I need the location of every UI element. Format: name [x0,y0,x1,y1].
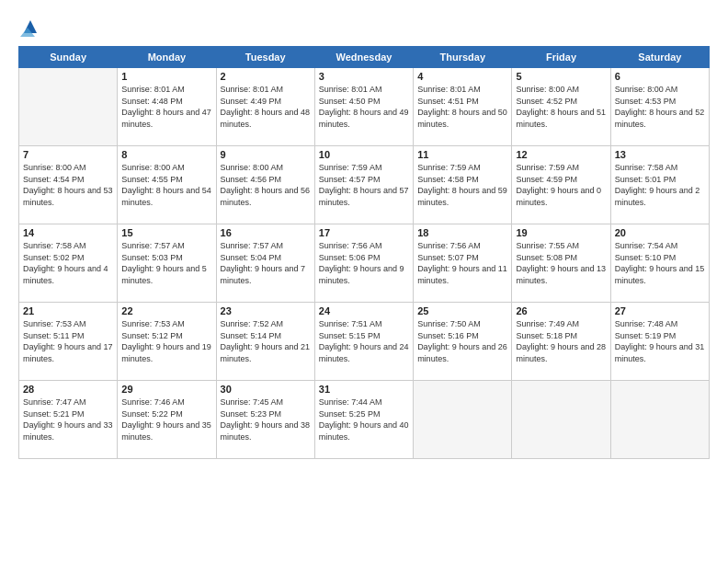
calendar-cell: 24Sunrise: 7:51 AMSunset: 5:15 PMDayligh… [314,303,413,381]
logo [18,17,40,37]
calendar-cell: 17Sunrise: 7:56 AMSunset: 5:06 PMDayligh… [314,224,413,303]
calendar-cell: 23Sunrise: 7:52 AMSunset: 5:14 PMDayligh… [216,303,314,381]
calendar-cell: 28Sunrise: 7:47 AMSunset: 5:21 PMDayligh… [19,381,118,459]
day-number: 20 [615,227,705,238]
calendar-cell: 5Sunrise: 8:00 AMSunset: 4:52 PMDaylight… [512,68,610,146]
week-row-3: 14Sunrise: 7:58 AMSunset: 5:02 PMDayligh… [19,224,710,303]
calendar-cell: 29Sunrise: 7:46 AMSunset: 5:22 PMDayligh… [118,381,216,459]
week-row-5: 28Sunrise: 7:47 AMSunset: 5:21 PMDayligh… [19,381,710,459]
day-number: 24 [319,305,409,316]
day-number: 4 [417,71,507,82]
calendar-cell: 12Sunrise: 7:59 AMSunset: 4:59 PMDayligh… [512,146,610,224]
weekday-header-monday: Monday [118,47,216,68]
calendar-cell: 21Sunrise: 7:53 AMSunset: 5:11 PMDayligh… [19,303,118,381]
day-number: 1 [121,71,211,82]
day-info: Sunrise: 7:44 AMSunset: 5:25 PMDaylight:… [319,396,409,442]
day-number: 23 [221,305,311,316]
day-info: Sunrise: 7:53 AMSunset: 5:11 PMDaylight:… [23,318,113,364]
day-info: Sunrise: 8:00 AMSunset: 4:52 PMDaylight:… [516,84,606,130]
calendar-cell: 8Sunrise: 8:00 AMSunset: 4:55 PMDaylight… [118,146,216,224]
calendar-cell: 3Sunrise: 8:01 AMSunset: 4:50 PMDaylight… [314,68,413,146]
weekday-header-saturday: Saturday [610,47,709,68]
day-info: Sunrise: 7:57 AMSunset: 5:03 PMDaylight:… [121,240,211,286]
day-info: Sunrise: 8:00 AMSunset: 4:55 PMDaylight:… [121,162,211,208]
day-number: 3 [319,71,409,82]
day-info: Sunrise: 7:45 AMSunset: 5:23 PMDaylight:… [221,396,311,442]
calendar-cell: 6Sunrise: 8:00 AMSunset: 4:53 PMDaylight… [610,68,709,146]
calendar-cell: 2Sunrise: 8:01 AMSunset: 4:49 PMDaylight… [216,68,314,146]
day-number: 19 [516,227,606,238]
day-info: Sunrise: 7:56 AMSunset: 5:06 PMDaylight:… [319,240,409,286]
weekday-header-sunday: Sunday [19,47,118,68]
weekday-header-row: SundayMondayTuesdayWednesdayThursdayFrid… [19,47,710,68]
day-number: 15 [121,227,211,238]
calendar-cell: 1Sunrise: 8:01 AMSunset: 4:48 PMDaylight… [118,68,216,146]
day-info: Sunrise: 7:54 AMSunset: 5:10 PMDaylight:… [615,240,705,286]
day-number: 2 [221,71,311,82]
day-info: Sunrise: 8:00 AMSunset: 4:54 PMDaylight:… [23,162,113,208]
day-info: Sunrise: 7:46 AMSunset: 5:22 PMDaylight:… [121,396,211,442]
day-number: 7 [23,149,113,160]
calendar-page: SundayMondayTuesdayWednesdayThursdayFrid… [0,0,728,563]
day-info: Sunrise: 7:50 AMSunset: 5:16 PMDaylight:… [417,318,507,364]
calendar-cell: 10Sunrise: 7:59 AMSunset: 4:57 PMDayligh… [314,146,413,224]
day-number: 26 [516,305,606,316]
day-info: Sunrise: 7:57 AMSunset: 5:04 PMDaylight:… [221,240,311,286]
weekday-header-tuesday: Tuesday [216,47,314,68]
day-info: Sunrise: 8:00 AMSunset: 4:53 PMDaylight:… [615,84,705,130]
calendar-cell: 19Sunrise: 7:55 AMSunset: 5:08 PMDayligh… [512,224,610,303]
calendar-cell: 13Sunrise: 7:58 AMSunset: 5:01 PMDayligh… [610,146,709,224]
day-number: 11 [417,149,507,160]
day-info: Sunrise: 8:01 AMSunset: 4:49 PMDaylight:… [221,84,311,130]
day-info: Sunrise: 8:01 AMSunset: 4:50 PMDaylight:… [319,84,409,130]
day-number: 16 [221,227,311,238]
calendar-cell: 14Sunrise: 7:58 AMSunset: 5:02 PMDayligh… [19,224,118,303]
calendar-cell: 20Sunrise: 7:54 AMSunset: 5:10 PMDayligh… [610,224,709,303]
day-info: Sunrise: 7:52 AMSunset: 5:14 PMDaylight:… [221,318,311,364]
day-info: Sunrise: 7:59 AMSunset: 4:57 PMDaylight:… [319,162,409,208]
day-number: 14 [23,227,113,238]
week-row-1: 1Sunrise: 8:01 AMSunset: 4:48 PMDaylight… [19,68,710,146]
header [18,17,710,37]
day-number: 30 [221,384,311,395]
day-info: Sunrise: 7:56 AMSunset: 5:07 PMDaylight:… [417,240,507,286]
calendar-cell: 26Sunrise: 7:49 AMSunset: 5:18 PMDayligh… [512,303,610,381]
calendar-cell [19,68,118,146]
weekday-header-thursday: Thursday [414,47,512,68]
calendar-cell: 7Sunrise: 8:00 AMSunset: 4:54 PMDaylight… [19,146,118,224]
day-number: 9 [221,149,311,160]
day-info: Sunrise: 7:48 AMSunset: 5:19 PMDaylight:… [615,318,705,364]
calendar-cell [512,381,610,459]
weekday-header-friday: Friday [512,47,610,68]
day-number: 18 [417,227,507,238]
day-number: 13 [615,149,705,160]
calendar-cell [610,381,709,459]
calendar-cell: 25Sunrise: 7:50 AMSunset: 5:16 PMDayligh… [414,303,512,381]
day-number: 25 [417,305,507,316]
calendar-cell: 9Sunrise: 8:00 AMSunset: 4:56 PMDaylight… [216,146,314,224]
day-info: Sunrise: 8:00 AMSunset: 4:56 PMDaylight:… [221,162,311,208]
day-info: Sunrise: 7:55 AMSunset: 5:08 PMDaylight:… [516,240,606,286]
day-number: 5 [516,71,606,82]
day-info: Sunrise: 7:58 AMSunset: 5:02 PMDaylight:… [23,240,113,286]
day-info: Sunrise: 8:01 AMSunset: 4:51 PMDaylight:… [417,84,507,130]
day-info: Sunrise: 7:51 AMSunset: 5:15 PMDaylight:… [319,318,409,364]
day-info: Sunrise: 8:01 AMSunset: 4:48 PMDaylight:… [121,84,211,130]
day-info: Sunrise: 7:53 AMSunset: 5:12 PMDaylight:… [121,318,211,364]
calendar-cell: 15Sunrise: 7:57 AMSunset: 5:03 PMDayligh… [118,224,216,303]
day-number: 29 [121,384,211,395]
calendar-cell: 22Sunrise: 7:53 AMSunset: 5:12 PMDayligh… [118,303,216,381]
calendar-table: SundayMondayTuesdayWednesdayThursdayFrid… [18,46,710,459]
day-info: Sunrise: 7:58 AMSunset: 5:01 PMDaylight:… [615,162,705,208]
day-number: 10 [319,149,409,160]
week-row-2: 7Sunrise: 8:00 AMSunset: 4:54 PMDaylight… [19,146,710,224]
calendar-cell [414,381,512,459]
day-number: 21 [23,305,113,316]
day-info: Sunrise: 7:49 AMSunset: 5:18 PMDaylight:… [516,318,606,364]
calendar-cell: 18Sunrise: 7:56 AMSunset: 5:07 PMDayligh… [414,224,512,303]
calendar-cell: 4Sunrise: 8:01 AMSunset: 4:51 PMDaylight… [414,68,512,146]
day-number: 6 [615,71,705,82]
day-info: Sunrise: 7:59 AMSunset: 4:59 PMDaylight:… [516,162,606,208]
day-number: 31 [319,384,409,395]
calendar-cell: 27Sunrise: 7:48 AMSunset: 5:19 PMDayligh… [610,303,709,381]
